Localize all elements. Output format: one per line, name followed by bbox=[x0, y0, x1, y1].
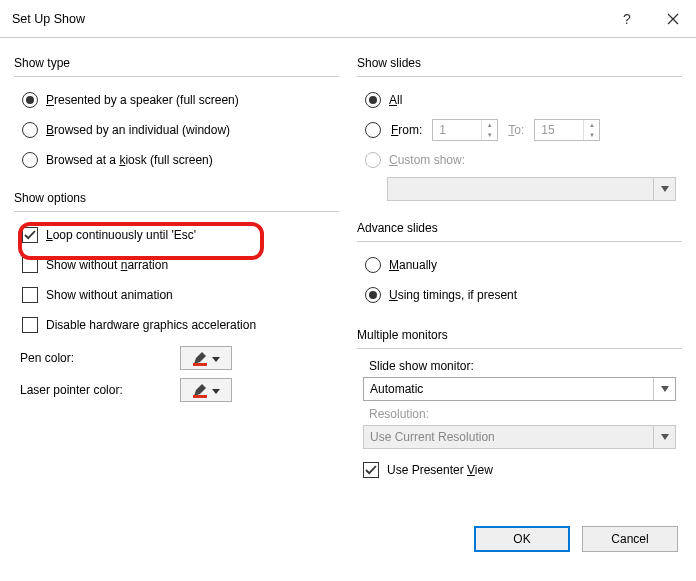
radio-kiosk[interactable]: Browsed at a kiosk (full screen) bbox=[22, 147, 339, 173]
radio-all-slides[interactable]: All bbox=[365, 87, 682, 113]
from-spinner[interactable]: 1 ▲▼ bbox=[432, 119, 498, 141]
help-button[interactable]: ? bbox=[604, 0, 650, 38]
right-column: Show slides All From: 1 ▲▼ To: 15 ▲▼ Cus… bbox=[357, 48, 682, 526]
radio-icon bbox=[22, 122, 38, 138]
check-presenter[interactable]: Use Presenter View bbox=[363, 457, 676, 483]
checkbox-icon bbox=[363, 462, 379, 478]
resolution-combo: Use Current Resolution bbox=[363, 425, 676, 449]
radio-icon bbox=[22, 92, 38, 108]
cancel-button[interactable]: Cancel bbox=[582, 526, 678, 552]
titlebar: Set Up Show ? bbox=[0, 0, 696, 38]
laser-color-button[interactable] bbox=[180, 378, 232, 402]
group-show-type: Show type bbox=[14, 56, 339, 70]
check-no-animation[interactable]: Show without animation bbox=[22, 282, 339, 308]
chevron-down-icon bbox=[212, 383, 220, 397]
check-loop[interactable]: Loop continuously until 'Esc' bbox=[22, 222, 339, 248]
chevron-down-icon bbox=[653, 378, 675, 400]
chevron-down-icon bbox=[653, 178, 675, 200]
ok-button[interactable]: OK bbox=[474, 526, 570, 552]
group-show-options: Show options bbox=[14, 191, 339, 205]
left-column: Show type Presented by a speaker (full s… bbox=[14, 48, 339, 526]
radio-from-to[interactable]: From: 1 ▲▼ To: 15 ▲▼ bbox=[365, 117, 682, 143]
radio-icon bbox=[365, 287, 381, 303]
checkbox-icon bbox=[22, 287, 38, 303]
to-spinner[interactable]: 15 ▲▼ bbox=[534, 119, 600, 141]
radio-timings[interactable]: Using timings, if present bbox=[365, 282, 682, 308]
radio-manual[interactable]: Manually bbox=[365, 252, 682, 278]
footer: OK Cancel bbox=[0, 526, 696, 566]
check-disable-hw[interactable]: Disable hardware graphics acceleration bbox=[22, 312, 339, 338]
checkbox-icon bbox=[22, 317, 38, 333]
radio-icon bbox=[365, 92, 381, 108]
spin-up-icon[interactable]: ▲ bbox=[584, 120, 599, 130]
radio-icon bbox=[365, 152, 381, 168]
resolution-label: Resolution: bbox=[369, 407, 676, 421]
radio-speaker[interactable]: Presented by a speaker (full screen) bbox=[22, 87, 339, 113]
spin-up-icon[interactable]: ▲ bbox=[482, 120, 497, 130]
radio-icon bbox=[365, 122, 381, 138]
checkbox-icon bbox=[22, 257, 38, 273]
pen-color-button[interactable] bbox=[180, 346, 232, 370]
check-no-narration[interactable]: Show without narration bbox=[22, 252, 339, 278]
custom-show-combo bbox=[387, 177, 676, 201]
group-show-slides: Show slides bbox=[357, 56, 682, 70]
close-button[interactable] bbox=[650, 0, 696, 38]
spin-down-icon[interactable]: ▼ bbox=[584, 130, 599, 140]
group-advance: Advance slides bbox=[357, 221, 682, 235]
radio-custom-show: Custom show: bbox=[365, 147, 682, 173]
group-monitors: Multiple monitors bbox=[357, 328, 682, 342]
dialog-title: Set Up Show bbox=[12, 12, 604, 26]
checkbox-icon bbox=[22, 227, 38, 243]
radio-individual[interactable]: Browsed by an individual (window) bbox=[22, 117, 339, 143]
spin-down-icon[interactable]: ▼ bbox=[482, 130, 497, 140]
monitor-label: Slide show monitor: bbox=[369, 359, 676, 373]
radio-icon bbox=[365, 257, 381, 273]
chevron-down-icon bbox=[212, 351, 220, 365]
monitor-combo[interactable]: Automatic bbox=[363, 377, 676, 401]
chevron-down-icon bbox=[653, 426, 675, 448]
radio-icon bbox=[22, 152, 38, 168]
